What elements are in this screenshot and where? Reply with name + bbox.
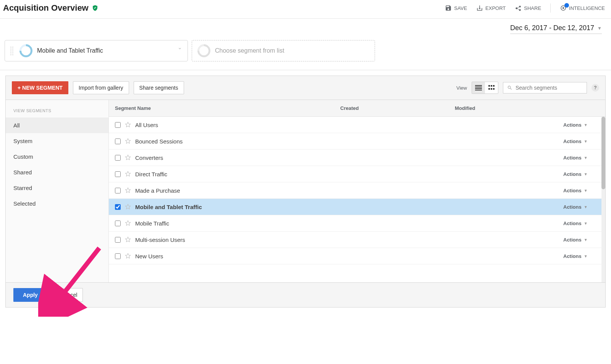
table-row[interactable]: Bounced SessionsActions ▼ [109,133,605,150]
header-actions: SAVE EXPORT SHARE INTELLIGENCE [445,3,605,13]
export-button[interactable]: EXPORT [476,5,506,11]
sidebar-item-shared[interactable]: Shared [6,164,108,180]
scrollbar-thumb[interactable] [601,117,605,189]
row-actions[interactable]: Actions ▼ [563,237,599,243]
share-label: SHARE [524,5,541,11]
separator [550,3,551,13]
row-actions[interactable]: Actions ▼ [563,122,599,128]
row-actions[interactable]: Actions ▼ [563,204,599,210]
intelligence-icon [560,5,567,11]
star-icon[interactable] [124,171,131,177]
sidebar-item-custom[interactable]: Custom [6,149,108,164]
share-button[interactable]: SHARE [515,5,541,11]
drag-handle-icon[interactable] [10,47,15,55]
col-created[interactable]: Created [334,100,449,116]
table-row[interactable]: Made a PurchaseActions ▼ [109,182,605,199]
intelligence-button[interactable]: INTELLIGENCE [560,5,605,11]
row-checkbox[interactable] [115,139,121,144]
col-name[interactable]: Segment Name [109,100,334,116]
header-left: Acquisition Overview [3,3,99,13]
row-actions[interactable]: Actions ▼ [563,171,599,177]
save-button[interactable]: SAVE [445,5,467,11]
view-list-button[interactable] [472,82,485,93]
chevron-down-icon: ▼ [584,188,588,193]
svg-rect-5 [475,90,482,90]
row-checkbox[interactable] [115,237,121,243]
svg-rect-9 [488,88,490,90]
row-actions[interactable]: Actions ▼ [563,188,599,193]
star-icon[interactable] [124,236,131,243]
help-button[interactable]: ? [592,84,599,92]
col-modified[interactable]: Modified [449,100,563,116]
star-icon[interactable] [124,220,131,227]
row-actions[interactable]: Actions ▼ [563,253,599,259]
chevron-down-icon: ▼ [584,172,588,176]
row-checkbox[interactable] [115,171,121,177]
star-icon[interactable] [124,121,131,128]
row-name: Made a Purchase [135,187,334,194]
row-name: New Users [135,253,334,259]
save-label: SAVE [454,5,467,11]
row-checkbox[interactable] [115,253,121,259]
table-row[interactable]: All UsersActions ▼ [109,117,605,133]
star-icon[interactable] [124,138,131,145]
search-box[interactable] [503,82,587,93]
chevron-down-icon: ▼ [584,221,588,225]
sidebar: VIEW SEGMENTS AllSystemCustomSharedStarr… [6,100,109,282]
chevron-down-icon[interactable]: ⌄ [178,44,182,50]
star-icon[interactable] [124,203,131,210]
row-name: Bounced Sessions [135,138,334,145]
chevron-down-icon: ▼ [584,205,588,209]
row-checkbox[interactable] [115,221,121,226]
scrollbar[interactable] [601,117,605,282]
row-actions[interactable]: Actions ▼ [563,155,599,161]
svg-point-1 [563,7,564,9]
share-icon [515,5,522,11]
svg-rect-4 [475,88,482,89]
table-row[interactable]: Multi-session UsersActions ▼ [109,232,605,248]
star-icon[interactable] [124,187,131,194]
table-head: Segment Name Created Modified [109,100,605,117]
import-gallery-button[interactable]: Import from gallery [73,81,129,94]
row-actions[interactable]: Actions ▼ [563,139,599,144]
chevron-down-icon: ▼ [584,238,588,242]
cancel-button[interactable]: Cancel [55,288,83,302]
table-row[interactable]: Mobile and Tablet TrafficActions ▼ [109,199,605,215]
share-segments-button[interactable]: Share segments [134,81,184,94]
star-icon[interactable] [124,253,131,259]
row-name: All Users [135,122,334,128]
row-checkbox[interactable] [115,155,121,161]
export-label: EXPORT [485,5,506,11]
row-actions[interactable]: Actions ▼ [563,221,599,226]
star-icon[interactable] [124,154,131,161]
export-icon [476,5,483,11]
apply-button[interactable]: Apply [13,288,47,302]
view-toggle [472,82,498,94]
search-input[interactable] [516,85,583,91]
save-icon [445,5,452,11]
view-grid-button[interactable] [485,82,498,93]
sidebar-item-selected[interactable]: Selected [6,196,108,211]
sidebar-item-system[interactable]: System [6,133,108,149]
svg-rect-6 [488,85,490,87]
table-row[interactable]: Mobile TrafficActions ▼ [109,215,605,232]
verified-shield-icon [92,5,99,11]
row-checkbox[interactable] [115,188,121,193]
sidebar-item-starred[interactable]: Starred [6,180,108,196]
notification-badge [564,3,569,8]
segment-pill-selected[interactable]: Mobile and Tablet Traffic ⌄ [5,40,188,61]
sidebar-item-all[interactable]: All [6,118,108,133]
search-icon [507,85,512,90]
new-segment-button[interactable]: + NEW SEGMENT [12,81,68,94]
table-row[interactable]: New UsersActions ▼ [109,248,605,264]
table-row[interactable]: Direct TrafficActions ▼ [109,166,605,182]
panel-body: VIEW SEGMENTS AllSystemCustomSharedStarr… [6,100,605,283]
row-checkbox[interactable] [115,204,121,210]
segment-pill-placeholder[interactable]: Choose segment from list [192,40,375,61]
row-checkbox[interactable] [115,122,121,128]
chevron-down-icon: ▼ [584,156,588,160]
row-name: Multi-session Users [135,237,334,243]
date-range-picker[interactable]: Dec 6, 2017 - Dec 12, 2017 ▼ [510,24,602,34]
table-row[interactable]: ConvertersActions ▼ [109,150,605,166]
view-label: View [456,85,467,91]
